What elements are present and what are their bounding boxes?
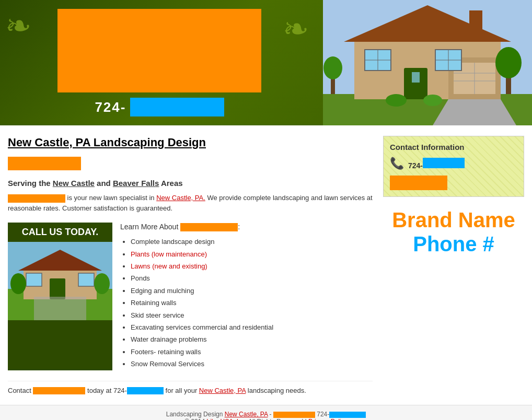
svg-point-33 — [94, 273, 110, 294]
brand-name-inline — [8, 194, 65, 203]
svg-point-23 — [386, 94, 407, 107]
svg-rect-17 — [469, 10, 482, 37]
call-us-box: CALL US TODAY. — [8, 223, 112, 370]
svg-rect-29 — [50, 278, 65, 299]
content-right: Contact Information 📞 724- Brand Name Ph… — [383, 136, 524, 394]
list-item: Water drainage problems — [131, 333, 373, 345]
header-phone-bar: 724- — [95, 98, 224, 116]
floral-decoration-right: ❧ — [283, 10, 309, 47]
svg-point-21 — [323, 56, 342, 79]
learn-more-title: Learn More About : — [120, 223, 373, 231]
contact-phone-inline — [127, 387, 164, 394]
main-content: New Castle, PA Landscaping Design Servin… — [0, 125, 532, 405]
call-us-label: CALL US TODAY. — [8, 223, 112, 242]
privacy-policy-link[interactable]: Privacy Policy — [308, 418, 348, 420]
footer-brand-blur — [273, 412, 315, 418]
content-left: New Castle, PA Landscaping Design Servin… — [8, 136, 373, 394]
new-castle-pa-desc-link[interactable]: New Castle, PA. — [156, 194, 205, 202]
footer-line2: © 2014 hibu USA, Inc. All Rights Reserve… — [5, 418, 527, 420]
footer-new-castle-link[interactable]: New Castle, PA — [225, 411, 268, 418]
list-item: Edging and mulching — [131, 285, 373, 297]
list-item: Plants (low maintenance) — [131, 248, 373, 260]
hibu-link[interactable]: hibu USA, Inc. — [206, 418, 247, 420]
list-item: Skid steer service — [131, 309, 373, 321]
brand-name-bar — [8, 157, 81, 170]
contact-phone-prefix: 724- — [408, 161, 423, 170]
brand-name-placeholder: Brand Name — [383, 207, 524, 232]
svg-point-19 — [495, 47, 522, 78]
svg-rect-10 — [412, 72, 420, 83]
footer-copyright: © 2014 — [184, 418, 205, 420]
site-header: ❧ 724- ❧ — [0, 0, 532, 125]
footer-line1: Landscaping Design New Castle, PA - 724- — [5, 411, 527, 418]
header-house-image — [323, 0, 532, 125]
list-item: Snow Removal Services — [131, 358, 373, 370]
phone-icon: 📞 — [390, 157, 404, 170]
learn-more-brand — [180, 223, 238, 231]
list-item: Complete landscape design — [131, 236, 373, 248]
list-item: Excavating services commercial and resid… — [131, 321, 373, 333]
list-item: Retaining walls — [131, 297, 373, 309]
svg-rect-34 — [34, 297, 86, 320]
floral-decoration-left: ❧ — [5, 10, 31, 42]
phone-hash-placeholder: Phone # — [383, 232, 524, 256]
beaver-falls-link[interactable]: Beaver Falls — [113, 179, 159, 188]
page-title-text: New Castle, PA Landscaping Design — [8, 136, 206, 149]
contact-phone-row: 📞 724- — [390, 157, 517, 170]
svg-rect-31 — [78, 273, 94, 286]
contact-phone-blurred — [423, 158, 465, 168]
description-paragraph: is your new lawn specialist in New Castl… — [8, 193, 373, 213]
house-svg — [323, 0, 532, 125]
list-item: Lawns (new and existing) — [131, 260, 373, 272]
services-section: CALL US TODAY. — [8, 223, 373, 370]
header-left: ❧ 724- ❧ — [0, 0, 319, 125]
thumbnail-house-svg — [8, 242, 112, 320]
contact-bottom-line: Contact today at 724- for all your New C… — [8, 381, 373, 395]
svg-rect-30 — [26, 273, 42, 286]
header-phone-prefix: 724- — [95, 99, 126, 115]
house-thumbnail — [8, 242, 112, 320]
svg-point-32 — [10, 273, 26, 294]
serving-line: Serving the New Castle and Beaver Falls … — [8, 179, 373, 188]
contact-brand-inline — [33, 387, 85, 394]
brand-phone-placeholder: Brand Name Phone # — [383, 207, 524, 256]
contact-info-box: Contact Information 📞 724- — [383, 136, 524, 197]
list-item: Footers- retaining walls — [131, 346, 373, 358]
contact-info-title: Contact Information — [390, 143, 517, 151]
logo-placeholder — [57, 9, 261, 92]
new-castle-link[interactable]: New Castle — [53, 179, 95, 188]
contact-brand-button[interactable] — [390, 176, 447, 190]
list-item: Ponds — [131, 272, 373, 284]
contact-phone-number: 724- — [408, 158, 465, 170]
site-footer: Landscaping Design New Castle, PA - 724-… — [0, 405, 532, 420]
page-title: New Castle, PA Landscaping Design — [8, 136, 373, 149]
learn-more-section: Learn More About : Complete landscape de… — [120, 223, 373, 370]
learn-more-prefix: Learn More About — [120, 223, 178, 231]
svg-point-24 — [423, 95, 442, 106]
services-list: Complete landscape design Plants (low ma… — [120, 236, 373, 370]
new-castle-pa-bottom-link[interactable]: New Castle, PA — [199, 387, 246, 394]
footer-phone-blur — [329, 412, 366, 418]
header-phone-blurred — [130, 98, 224, 116]
